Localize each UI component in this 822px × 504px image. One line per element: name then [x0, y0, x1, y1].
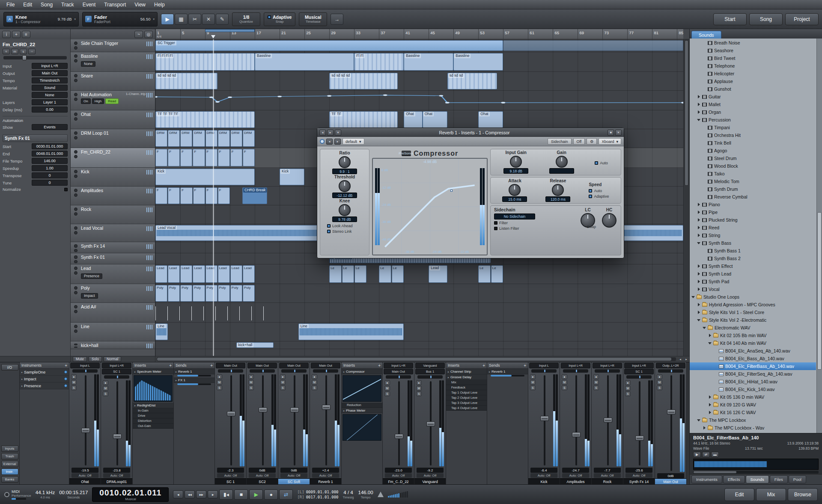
expand-arrow-icon[interactable]	[697, 226, 700, 229]
pan-slider[interactable]	[281, 369, 307, 373]
mute-button[interactable]	[74, 255, 77, 259]
pan-slider[interactable]	[218, 369, 243, 373]
mute-button[interactable]: M	[593, 380, 599, 385]
pattern-cell[interactable]: Le	[342, 265, 354, 283]
browser-scrollbar[interactable]	[816, 39, 822, 433]
browser-item-telephone[interactable]: Telephone	[690, 62, 816, 70]
quantize-setting[interactable]: 1/8 Quantize	[232, 12, 260, 26]
fader-cap[interactable]	[540, 416, 549, 421]
solo-button[interactable]	[74, 98, 77, 101]
volume-fader[interactable]	[537, 374, 552, 466]
mute-icon[interactable]: m	[11, 49, 18, 54]
browser-item-kit-09-120-g-wav[interactable]: Kit 09 120 G WAV	[690, 401, 816, 409]
scroll-left-icon[interactable]: ◂	[677, 356, 683, 362]
expand-arrow-icon[interactable]: ▸	[21, 384, 23, 387]
fader-value[interactable]: 0dB	[657, 473, 684, 478]
expand-arrow-icon[interactable]	[697, 210, 700, 214]
expand-arrow-icon[interactable]	[697, 110, 700, 114]
record-arm-button[interactable]: ●	[657, 374, 662, 379]
gear-icon[interactable]: ⚙	[587, 138, 597, 145]
fader-value[interactable]: -6.4	[530, 468, 557, 473]
clip-lead[interactable]: LeadLeadLeadLeadLeadLeadLeadLead	[155, 265, 255, 283]
browser-item-electromatic-wav[interactable]: Electromatic WAV	[690, 324, 816, 332]
volume-fader[interactable]	[632, 380, 647, 466]
add-sends-button[interactable]: +	[524, 363, 526, 368]
fader-cap[interactable]	[290, 407, 299, 412]
clip-fl-fl-fl-fl[interactable]: Fl Fl Fl Fl	[155, 53, 255, 71]
mute-button[interactable]: M	[217, 380, 222, 385]
track-lane-side-chain-trigger[interactable]: SC Trigger	[155, 39, 683, 52]
loop-end-value[interactable]: 0017.01.01.000	[306, 495, 339, 499]
pattern-cell[interactable]: Lead	[206, 265, 217, 283]
mute-button[interactable]	[74, 244, 77, 248]
expand-arrow-icon[interactable]	[697, 288, 700, 291]
collapse-arrow-icon[interactable]	[703, 327, 706, 329]
channel-name[interactable]: SC Soft	[278, 478, 310, 484]
browser-item-synth-bass-1[interactable]: Synth Bass 1	[690, 247, 816, 255]
expand-arrow-icon[interactable]: ▸	[21, 377, 23, 380]
mute-button[interactable]: M	[71, 380, 77, 385]
clip-ohat[interactable]: Ohat	[423, 111, 447, 128]
automation-mode-button[interactable]: Auto: Off	[625, 473, 652, 478]
range-tool[interactable]: ▦	[175, 14, 188, 25]
pattern-cell[interactable]: F	[193, 187, 205, 204]
automation-mode-button[interactable]: Auto: Off	[249, 473, 276, 478]
link-icon[interactable]: ◦◦	[28, 49, 36, 54]
automation-node[interactable]	[501, 102, 505, 104]
solo-button[interactable]	[74, 347, 77, 348]
pattern-cell[interactable]: F	[243, 149, 255, 166]
browser-item-synth-lead[interactable]: Synth Lead	[690, 270, 816, 278]
mute-button[interactable]: M	[384, 386, 390, 391]
solo-button[interactable]	[74, 260, 77, 264]
fader-value[interactable]: -23.0	[385, 468, 412, 473]
browser-item-kit-05-136-d-min-wav[interactable]: Kit 05 136 D min WAV	[690, 393, 816, 401]
prev-preset-icon[interactable]: ◂	[326, 139, 333, 145]
loop-button[interactable]: ⇄	[279, 489, 293, 500]
preset-select[interactable]: default▾	[342, 138, 364, 145]
track-header-ohat[interactable]: Ohat	[71, 110, 155, 129]
pattern-cell[interactable]: Poly	[168, 285, 180, 302]
mute-button[interactable]	[74, 305, 77, 308]
solo-button[interactable]	[74, 136, 77, 139]
channel-io-button[interactable]: Main Out	[279, 363, 309, 368]
solo-button[interactable]: S	[217, 385, 222, 390]
browser-item-string[interactable]: String	[690, 231, 816, 239]
solo-button[interactable]	[74, 271, 77, 275]
solo-button[interactable]	[74, 155, 77, 158]
pan-slider[interactable]	[313, 369, 338, 373]
add-inserts-button[interactable]: +	[378, 363, 381, 368]
clip-poly[interactable]: PolyPolyPolyPolyPolyPolyPolyPoly	[155, 285, 255, 302]
solo-button[interactable]	[74, 79, 77, 82]
mute-button[interactable]	[74, 286, 77, 290]
track-sub-select[interactable]: None	[81, 61, 95, 67]
pattern-cell[interactable]: F	[155, 187, 167, 204]
track-sub-select[interactable]: Presence	[81, 273, 102, 279]
track-header-kick-hall[interactable]: kick+hall	[71, 341, 155, 349]
expand-arrow-icon[interactable]	[697, 95, 700, 98]
expand-arrow-icon[interactable]	[703, 426, 706, 430]
clip-fl-fl[interactable]: Fl Fl	[354, 53, 404, 71]
volume-fader[interactable]	[78, 374, 93, 466]
menu-track[interactable]: Track	[57, 1, 78, 9]
fader-value[interactable]: -19.5	[71, 468, 98, 473]
track-lane-lead[interactable]: LeadLeadLeadLeadLeadLeadLeadLeadLeLeLeLe…	[155, 264, 683, 284]
record-arm-button[interactable]: ●	[625, 380, 631, 385]
fader-cap[interactable]	[322, 405, 331, 410]
browser-item-taiko[interactable]: Taiko	[690, 170, 816, 178]
browser-active-tab[interactable]: Sounds	[691, 31, 721, 39]
track-header-kick[interactable]: Kick	[71, 168, 155, 187]
volume-fader[interactable]	[287, 374, 302, 466]
track-sub-select[interactable]: Impact	[81, 293, 98, 299]
timeline-ruler[interactable]: 4/4 159131721252933374145495357616569737…	[155, 29, 683, 39]
power-icon[interactable]	[64, 384, 67, 387]
inspector-row-value[interactable]: None	[32, 92, 68, 98]
browser-item-b004-elc-bass-ab-140-wav[interactable]: B004_Elc_Bass_Ab_140.wav	[690, 355, 816, 362]
expand-arrow-icon[interactable]	[708, 411, 712, 414]
automation-curve[interactable]	[155, 91, 683, 110]
mute-button[interactable]	[74, 93, 77, 96]
inspector-row-value[interactable]: 0048.01.01.000	[32, 151, 68, 157]
clip-le[interactable]: LeLeLe	[329, 265, 366, 283]
automation-node[interactable]	[439, 95, 443, 97]
track-lane-snare[interactable]: sd sd sd sdsd sd sd sdsd sd sd	[155, 72, 683, 91]
browser-tab-pool[interactable]: Pool	[789, 475, 806, 483]
